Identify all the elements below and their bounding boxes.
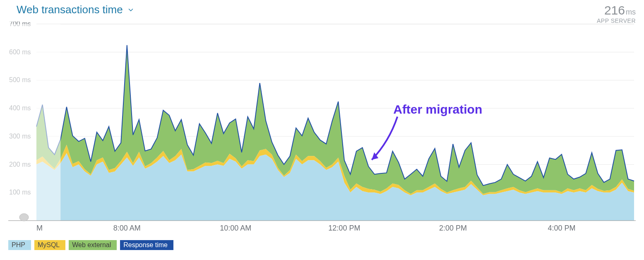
summary-metric: 216ms APP SERVER [597,3,636,24]
svg-text:4:00 PM: 4:00 PM [548,224,575,232]
legend-item-web-external[interactable]: Web external [69,240,117,250]
chart-legend: PHP MySQL Web external Response time [8,240,173,250]
legend-item-response-time[interactable]: Response time [120,240,173,250]
svg-rect-15 [8,24,60,221]
legend-label: Response time [123,241,168,249]
legend-label: PHP [12,241,25,249]
svg-text:12:00 PM: 12:00 PM [328,224,360,232]
legend-item-mysql[interactable]: MySQL [34,240,65,250]
chart-plot-area[interactable]: 100 ms200 ms300 ms400 ms500 ms600 ms700 … [8,22,636,233]
annotation-after-migration: After migration [393,102,482,117]
svg-text:10:00 AM: 10:00 AM [220,224,251,232]
svg-text:8:00 AM: 8:00 AM [113,224,141,232]
svg-text:2:00 PM: 2:00 PM [439,224,467,232]
legend-label: MySQL [38,241,60,249]
chart-svg: 100 ms200 ms300 ms400 ms500 ms600 ms700 … [8,22,636,233]
chart-title-dropdown[interactable]: Web transactions time [17,3,135,16]
svg-point-23 [19,214,29,221]
legend-item-php[interactable]: PHP [8,240,31,250]
metric-unit: ms [626,8,636,16]
legend-label: Web external [72,241,111,249]
metric-value: 216 [604,3,625,17]
chart-title: Web transactions time [17,3,123,16]
chevron-down-icon [127,6,135,14]
svg-text:M: M [36,224,43,232]
